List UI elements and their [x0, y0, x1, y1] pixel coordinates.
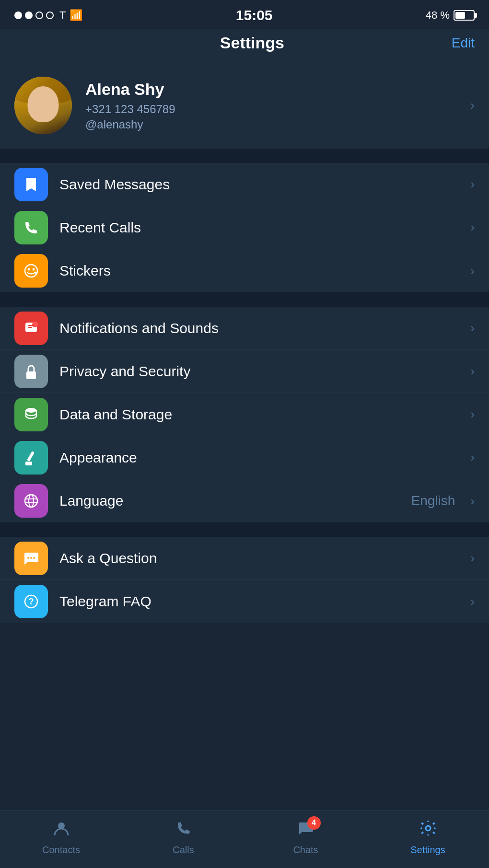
svg-rect-12	[25, 462, 32, 465]
contacts-tab-label: Contacts	[42, 845, 80, 856]
separator-2	[0, 292, 489, 307]
faq-label: Telegram FAQ	[59, 593, 459, 610]
svg-point-0	[25, 265, 37, 277]
ask-question-icon	[14, 542, 48, 575]
chats-badge: 4	[307, 816, 321, 830]
notifications-icon	[14, 312, 48, 345]
section-2: Notifications and Sounds › Privacy and S…	[0, 307, 489, 522]
status-left: T 📶	[14, 9, 82, 22]
svg-point-10	[26, 408, 36, 413]
profile-name: Alena Shy	[85, 80, 457, 99]
settings-item-recent-calls[interactable]: Recent Calls ›	[0, 206, 489, 249]
contacts-tab-icon	[52, 819, 70, 842]
wifi-icon: 📶	[70, 9, 82, 22]
settings-item-ask-question[interactable]: Ask a Question ›	[0, 537, 489, 580]
status-time: 15:05	[236, 7, 273, 23]
battery-icon	[454, 10, 475, 21]
svg-point-13	[25, 495, 37, 507]
saved-messages-label: Saved Messages	[59, 176, 459, 193]
section-3: Ask a Question › ? Telegram FAQ ›	[0, 537, 489, 623]
data-storage-icon	[14, 398, 48, 431]
svg-point-1	[28, 268, 30, 271]
svg-point-14	[29, 495, 34, 507]
calls-tab-label: Calls	[173, 845, 194, 856]
profile-phone: +321 123 456789	[85, 103, 457, 116]
edit-button[interactable]: Edit	[452, 35, 475, 51]
chats-tab-icon: 4	[297, 819, 315, 842]
svg-point-17	[27, 557, 29, 559]
privacy-icon	[14, 355, 48, 388]
recent-calls-label: Recent Calls	[59, 220, 459, 236]
page-title: Settings	[53, 34, 452, 52]
svg-rect-5	[28, 325, 34, 326]
settings-item-language[interactable]: Language English ›	[0, 479, 489, 522]
settings-tab-label: Settings	[410, 845, 445, 856]
profile-info: Alena Shy +321 123 456789 @alenashy	[85, 80, 457, 131]
appearance-icon	[14, 441, 48, 475]
dot-4	[46, 12, 54, 19]
stickers-label: Stickers	[59, 263, 459, 279]
recent-calls-chevron: ›	[470, 220, 475, 235]
saved-messages-icon	[14, 168, 48, 201]
section-1: Saved Messages › Recent Calls › Stickers…	[0, 163, 489, 292]
avatar-image	[14, 77, 72, 134]
nav-bar: Settings Edit	[0, 29, 489, 62]
settings-item-saved-messages[interactable]: Saved Messages ›	[0, 163, 489, 206]
notifications-chevron: ›	[470, 321, 475, 336]
dot-2	[25, 12, 33, 19]
svg-point-4	[32, 322, 38, 327]
saved-messages-chevron: ›	[470, 177, 475, 192]
ask-question-label: Ask a Question	[59, 550, 459, 567]
profile-section[interactable]: Alena Shy +321 123 456789 @alenashy ›	[0, 62, 489, 149]
data-storage-chevron: ›	[470, 407, 475, 422]
privacy-chevron: ›	[470, 364, 475, 379]
settings-item-notifications[interactable]: Notifications and Sounds ›	[0, 307, 489, 350]
data-storage-label: Data and Storage	[59, 406, 459, 423]
notifications-label: Notifications and Sounds	[59, 320, 459, 336]
settings-item-stickers[interactable]: Stickers ›	[0, 249, 489, 292]
settings-item-privacy[interactable]: Privacy and Security ›	[0, 350, 489, 393]
avatar	[14, 77, 72, 134]
settings-item-faq[interactable]: ? Telegram FAQ ›	[0, 580, 489, 623]
svg-point-2	[33, 268, 35, 271]
tab-calls[interactable]: Calls	[122, 819, 244, 860]
appearance-label: Appearance	[59, 450, 459, 466]
tab-contacts[interactable]: Contacts	[0, 819, 122, 860]
language-icon	[14, 484, 48, 518]
profile-username: @alenashy	[85, 118, 457, 131]
avatar-face	[28, 86, 59, 122]
status-bar: T 📶 15:05 48 %	[0, 0, 489, 29]
settings-item-data-storage[interactable]: Data and Storage ›	[0, 393, 489, 436]
svg-rect-9	[31, 375, 32, 377]
svg-point-23	[426, 826, 431, 831]
svg-text:?: ?	[29, 597, 34, 606]
faq-chevron: ›	[470, 594, 475, 609]
privacy-label: Privacy and Security	[59, 363, 459, 380]
battery-percent: 48 %	[426, 9, 450, 22]
separator-3	[0, 522, 489, 537]
settings-item-appearance[interactable]: Appearance ›	[0, 436, 489, 479]
svg-point-18	[30, 557, 32, 559]
settings-tab-icon	[419, 819, 437, 842]
tab-settings[interactable]: Settings	[367, 819, 489, 860]
status-right: 48 %	[426, 9, 475, 22]
faq-icon: ?	[14, 585, 48, 618]
battery-fill	[455, 12, 465, 19]
profile-chevron-icon: ›	[470, 98, 475, 113]
language-value: English	[411, 493, 455, 509]
language-chevron: ›	[470, 494, 475, 509]
svg-rect-6	[28, 327, 32, 328]
appearance-chevron: ›	[470, 450, 475, 465]
carrier-label: T	[59, 9, 66, 22]
svg-rect-11	[27, 451, 35, 462]
svg-point-19	[33, 557, 35, 559]
stickers-icon	[14, 254, 48, 288]
tab-bar: Contacts Calls 4 Chats Settings	[0, 810, 489, 868]
calls-tab-icon	[175, 819, 193, 842]
stickers-chevron: ›	[470, 264, 475, 278]
tab-chats[interactable]: 4 Chats	[244, 819, 367, 860]
signal-dots	[14, 12, 54, 19]
separator-1	[0, 149, 489, 163]
dot-3	[35, 12, 43, 19]
chats-tab-label: Chats	[293, 845, 318, 856]
